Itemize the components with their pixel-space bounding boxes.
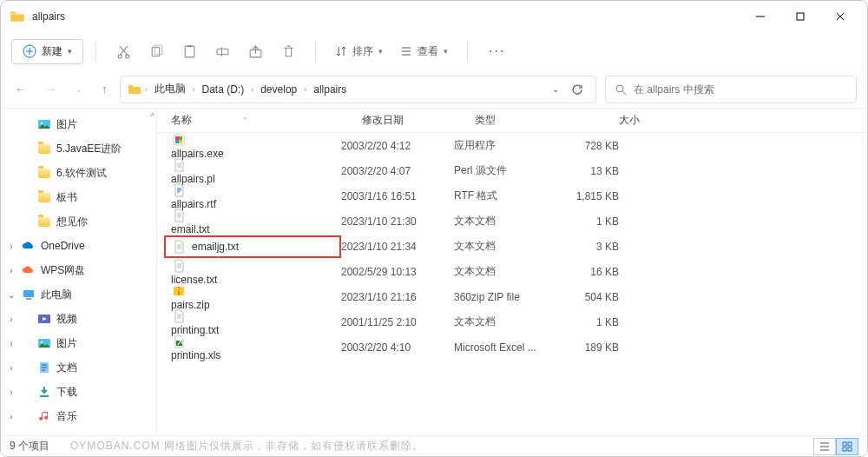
sidebar-item[interactable]: ›图片 [1,331,156,355]
file-row[interactable]: email.txt2023/1/10 21:30文本文档1 KB [157,209,867,234]
breadcrumb-segment[interactable]: develop [257,83,300,96]
more-button[interactable]: ··· [480,43,514,59]
breadcrumb-segment[interactable]: allpairs [310,83,350,96]
sidebar-item[interactable]: ⌄此电脑 [1,282,156,307]
cell-type: 文本文档 [454,214,549,228]
sidebar-item[interactable]: ›下载 [1,380,156,404]
chevron-right-icon[interactable]: › [143,85,149,94]
window-folder-icon [10,9,25,24]
expander-icon[interactable]: › [6,266,16,275]
breadcrumb-segment[interactable]: 此电脑 [151,82,189,96]
file-row[interactable]: license.txt2002/5/29 10:13文本文档16 KB [157,259,867,284]
toolbar: 新建 ▾ 排序 ▾ 查看 ▾ ··· [1,32,867,70]
up-button[interactable]: ↑ [102,83,108,96]
cell-date: 2002/5/29 10:13 [341,266,454,278]
sidebar-item-label: WPS网盘 [41,263,85,278]
sidebar-item[interactable]: ›WPS网盘 [1,258,156,282]
sidebar-item[interactable]: 想见你 [1,209,156,234]
recent-chevron-icon[interactable]: ⌄ [76,85,82,94]
file-row[interactable]: Xprinting.xls2003/2/20 4:10Microsoft Exc… [157,334,867,360]
paste-button[interactable] [174,36,204,66]
delete-button[interactable] [273,36,303,66]
address-row: ← → ⌄ ↑ › 此电脑 › Data (D:) › develop › al… [1,70,867,109]
expander-icon[interactable]: › [6,412,16,421]
sidebar-item[interactable]: 5.JavaEE进阶 [1,136,156,161]
sidebar-item-label: 下载 [56,385,77,400]
view-toggle-group [813,438,858,455]
cell-size: 189 KB [549,341,619,354]
svg-rect-41 [843,447,846,451]
chevron-right-icon[interactable]: › [249,85,255,94]
rtf-file-icon [171,182,187,198]
cell-type: 应用程序 [454,138,549,153]
history-chevron-icon[interactable]: ⌄ [552,84,559,94]
chevron-down-icon: ▾ [444,47,448,56]
column-type[interactable]: 类型 [475,113,570,128]
zip-file-icon [171,283,187,299]
file-row[interactable]: allpairs.exe2003/2/20 4:12应用程序728 KB [157,133,867,158]
view-button[interactable]: 查看 ▾ [393,44,455,59]
file-row[interactable]: pairs.zip2023/1/10 21:16360zip ZIP file5… [157,284,867,309]
sidebar-item[interactable]: 6.软件测试 [1,161,156,185]
rename-button[interactable] [207,36,237,66]
forward-button[interactable]: → [45,83,56,96]
column-name[interactable]: 名称ˆ [171,113,362,128]
thumbnails-view-button[interactable] [836,438,858,455]
svg-rect-35 [177,288,179,289]
onedrive-icon [22,239,36,253]
file-row[interactable]: printing.txt2001/11/25 2:10文本文档1 KB [157,309,867,334]
search-input[interactable] [634,83,847,96]
watermark-text: OYMOBAN.COM 网络图片仅供展示，非存储，如有侵权请联系删除。 [70,439,424,454]
details-view-button[interactable] [813,438,836,455]
cell-date: 2003/1/16 16:51 [341,190,454,202]
expander-icon[interactable]: › [6,363,16,373]
close-button[interactable] [820,3,860,30]
svg-rect-6 [185,46,194,57]
expander-icon[interactable]: › [6,339,16,348]
copy-button[interactable] [141,36,171,66]
search-box[interactable] [605,76,857,103]
column-date[interactable]: 修改日期 [362,113,475,128]
toolbar-separator [315,42,316,61]
share-button[interactable] [240,36,270,66]
nav-arrows: ← → ⌄ ↑ [11,83,111,96]
cut-button[interactable] [108,36,138,66]
cell-name: allpairs.pl [171,157,341,185]
chevron-right-icon[interactable]: › [191,85,197,94]
minimize-button[interactable] [740,3,780,30]
back-button[interactable]: ← [15,83,26,96]
file-row[interactable]: allpairs.rtf2003/1/16 16:51RTF 格式1,815 K… [157,183,867,209]
sidebar-item[interactable]: ›文档 [1,355,156,380]
breadcrumb[interactable]: › 此电脑 › Data (D:) › develop › allpairs ⌄ [120,76,597,103]
maximize-button[interactable] [780,3,820,30]
expander-icon[interactable]: › [6,387,16,397]
chevron-right-icon[interactable]: › [302,85,308,94]
sidebar-item[interactable]: ›视频 [1,307,156,331]
refresh-button[interactable] [571,83,583,96]
sidebar-item[interactable]: ›OneDrive [1,234,156,258]
sidebar-item[interactable]: 图片 [1,112,156,136]
file-list: 名称ˆ 修改日期 类型 大小 allpairs.exe2003/2/20 4:1… [157,109,867,437]
expander-icon[interactable]: ⌄ [6,290,16,300]
expander-icon[interactable]: › [6,315,16,324]
breadcrumb-segment[interactable]: Data (D:) [199,83,248,96]
expander-icon[interactable]: › [6,242,16,251]
sidebar-item-label: 此电脑 [41,288,72,302]
file-row[interactable]: emailjg.txt2023/1/10 21:34文本文档3 KB [157,234,867,259]
status-bar: 9 个项目 OYMOBAN.COM 网络图片仅供展示，非存储，如有侵权请联系删除… [1,435,867,456]
file-row[interactable]: allpairs.pl2003/2/20 4:07Perl 源文件13 KB [157,158,867,183]
cell-size: 504 KB [549,291,619,303]
documents-icon [37,361,51,374]
cell-type: RTF 格式 [454,189,549,203]
wps-icon [22,263,36,277]
sort-button[interactable]: 排序 ▾ [328,44,390,59]
column-size[interactable]: 大小 [570,113,640,128]
cell-size: 1,815 KB [549,190,619,202]
file-name: printing.xls [171,349,220,361]
new-button[interactable]: 新建 ▾ [11,39,83,64]
videos-icon [37,312,51,326]
sidebar-item-label: 5.JavaEE进阶 [56,142,122,156]
sidebar-item[interactable]: ›音乐 [1,404,156,428]
item-count: 9 个项目 [10,439,49,454]
sidebar-item[interactable]: 板书 [1,185,156,209]
